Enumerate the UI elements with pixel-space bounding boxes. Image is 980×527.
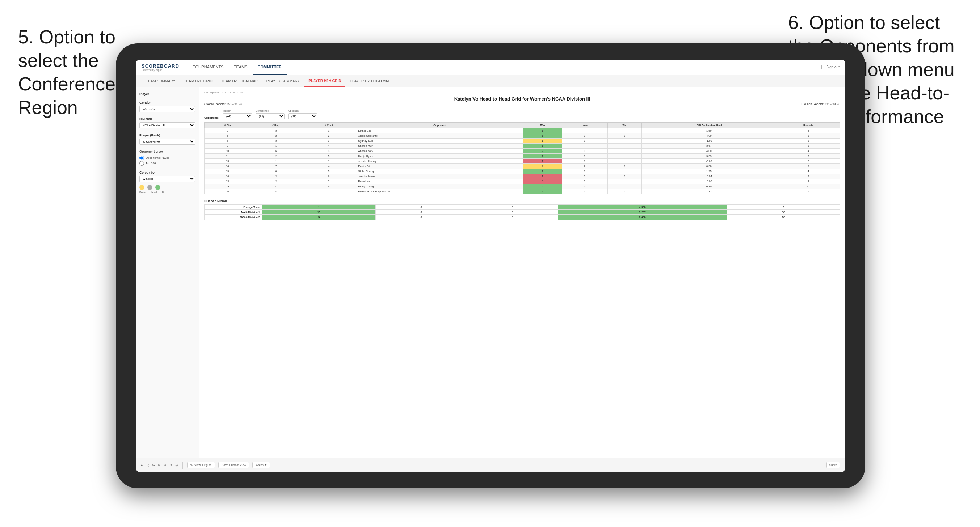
th-tie: Tie — [608, 122, 641, 129]
colour-labels: Down Level Up — [139, 191, 195, 194]
td-opponent: Jessica Mason — [356, 174, 523, 179]
sidebar-gender-select[interactable]: Women's — [139, 106, 195, 112]
td-tie: 0 — [608, 164, 641, 169]
td-conf: 1 — [301, 159, 356, 164]
sidebar-radio-opponents-played[interactable]: Opponents Played — [139, 156, 195, 160]
td-conf: 2 — [301, 179, 356, 184]
toolbar-refresh[interactable]: ↺ — [169, 464, 172, 467]
td-diff: 1.25 — [641, 169, 776, 174]
td-diff: 3.33 — [641, 154, 776, 159]
th-reg: # Reg — [251, 122, 301, 129]
sidebar-radio-top100[interactable]: Top 100 — [139, 161, 195, 166]
td-opponent: Stella Cheng — [356, 169, 523, 174]
toolbar-clock[interactable]: ⊙ — [175, 464, 178, 467]
radio-opponents-played-input[interactable] — [139, 156, 144, 160]
td-reg: 3 — [251, 174, 301, 179]
td-win: 2 — [523, 164, 562, 169]
sidebar-colour-label: Colour by — [139, 171, 195, 175]
sidebar-player-rank-select[interactable]: 8. Katelyn Vo — [139, 138, 195, 145]
toolbar-undo[interactable]: ↩ — [141, 464, 144, 467]
sidebar-opponent-view-section: Opponent view Opponents Played Top 100 — [139, 150, 195, 166]
out-td-diff: 7.400 — [558, 215, 727, 220]
toolbar-redo[interactable]: ↪ — [152, 464, 155, 467]
bottom-toolbar: ↩ ◁ ↪ ⊕ ✂ ↺ ⊙ 👁 View: Original Save Cust… — [136, 457, 845, 472]
toolbar-cut[interactable]: ✂ — [164, 464, 167, 467]
td-tie: 0 — [608, 174, 641, 179]
td-opponent: Esther Lee — [356, 129, 523, 133]
table-row: 16 3 6 Jessica Mason 1 2 0 -0.94 7 — [205, 174, 840, 179]
td-loss: 2 — [562, 174, 608, 179]
td-loss: 2 — [562, 179, 608, 184]
td-rounds: 11 — [776, 184, 840, 189]
toolbar-view-original[interactable]: 👁 View: Original — [187, 462, 215, 468]
th-win: Win — [523, 122, 562, 129]
main-content: Player Gender Women's Division NCAA Divi… — [136, 87, 845, 457]
filter-opponent-select[interactable]: (All) — [288, 113, 317, 119]
out-td-win: 1 — [262, 205, 376, 210]
subnav-player-h2h-grid[interactable]: PLAYER H2H GRID — [304, 75, 345, 87]
td-win: 1 — [523, 144, 562, 149]
td-tie — [608, 149, 641, 154]
sign-out-link[interactable]: Sign out — [826, 65, 840, 69]
td-conf: 1 — [301, 129, 356, 133]
td-diff: 3.67 — [641, 144, 776, 149]
td-div: 3 — [205, 129, 251, 133]
content-area: Last Updated: 27/03/2024 16:44 Katelyn V… — [199, 87, 845, 457]
radio-top100-input[interactable] — [139, 161, 144, 166]
out-td-label: NAIA Division 1 — [205, 210, 262, 215]
out-td-label: NCAA Division 2 — [205, 215, 262, 220]
td-reg: 6 — [251, 149, 301, 154]
td-div: 10 — [205, 149, 251, 154]
td-rounds: 4 — [776, 149, 840, 154]
nav-teams[interactable]: TEAMS — [229, 60, 253, 75]
table-row: 3 3 1 Esther Lee 1 1.50 4 — [205, 129, 840, 133]
nav-tournaments[interactable]: TOURNAMENTS — [188, 60, 229, 75]
td-loss — [562, 129, 608, 133]
filter-conference-select[interactable]: (All) — [256, 113, 285, 119]
td-reg: 10 — [251, 184, 301, 189]
subnav-player-summary[interactable]: PLAYER SUMMARY — [262, 75, 304, 87]
table-row: 10 6 3 Andrea York 2 0 4.00 4 — [205, 149, 840, 154]
toolbar-watch[interactable]: Watch ▼ — [252, 462, 271, 468]
toolbar-add[interactable]: ⊕ — [158, 464, 161, 467]
td-win: 1 — [523, 133, 562, 138]
td-reg: 3 — [251, 129, 301, 133]
table-row: 6 3 3 Sydney Kuo 1 1 -1.00 3 — [205, 138, 840, 144]
dot-down — [139, 185, 145, 190]
td-tie: 0 — [608, 189, 641, 194]
toolbar-right: Share — [826, 462, 840, 468]
td-reg: 1 — [251, 144, 301, 149]
toolbar-save-label: Save Custom View — [221, 464, 246, 467]
table-row: 14 7 4 Eunice Yi 2 2 0 0.38 9 — [205, 164, 840, 169]
td-win: 1 — [523, 154, 562, 159]
toolbar-share[interactable]: Share — [826, 462, 840, 468]
sidebar-player-section: Player — [139, 92, 195, 96]
td-rounds: 2 — [776, 159, 840, 164]
td-opponent: Emily Chang — [356, 184, 523, 189]
toolbar-step-back[interactable]: ◁ — [146, 464, 149, 467]
td-div: 5 — [205, 133, 251, 138]
sub-nav: TEAM SUMMARY TEAM H2H GRID TEAM H2H HEAT… — [136, 75, 845, 87]
td-diff: 4.00 — [641, 133, 776, 138]
toolbar-save-custom[interactable]: Save Custom View — [218, 462, 249, 468]
table-row: 13 1 1 Jessica Huang 1 1 -3.00 2 — [205, 159, 840, 164]
nav-committee[interactable]: COMMITTEE — [253, 60, 287, 75]
colour-dots — [139, 185, 195, 190]
subnav-team-summary[interactable]: TEAM SUMMARY — [142, 75, 180, 87]
subnav-team-h2h-grid[interactable]: TEAM H2H GRID — [180, 75, 217, 87]
sidebar-colour-select[interactable]: Win/loss — [139, 176, 195, 182]
filter-region-label: Region — [223, 110, 252, 112]
filter-group-conference: Conference (All) — [256, 110, 285, 119]
subnav-player-h2h-heatmap[interactable]: PLAYER H2H HEATMAP — [345, 75, 395, 87]
td-reg: 2 — [251, 154, 301, 159]
table-row: 19 10 6 Emily Chang 4 1 0.30 11 — [205, 184, 840, 189]
td-rounds: 9 — [776, 164, 840, 169]
subnav-team-h2h-heatmap[interactable]: TEAM H2H HEATMAP — [217, 75, 262, 87]
toolbar-view-label: View: Original — [194, 464, 212, 467]
out-td-loss: 0 — [376, 210, 467, 215]
td-rounds: 6 — [776, 189, 840, 194]
td-reg: 1 — [251, 159, 301, 164]
last-updated: Last Updated: 27/03/2024 16:44 — [204, 91, 840, 94]
sidebar-division-select[interactable]: NCAA Division III — [139, 122, 195, 129]
filter-region-select[interactable]: (All) — [223, 113, 252, 119]
